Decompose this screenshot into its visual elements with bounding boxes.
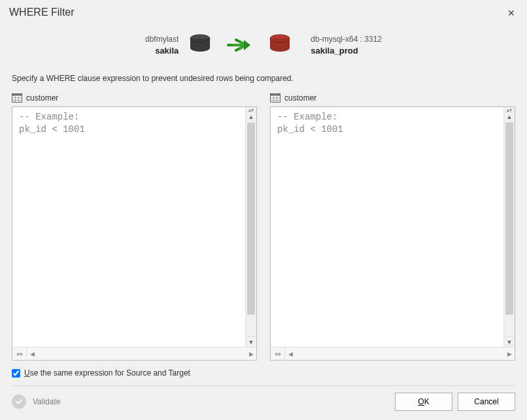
- target-pane-header: customer: [270, 91, 515, 106]
- titlebar: WHERE Filter ✕: [0, 0, 527, 22]
- scroll-left-icon[interactable]: ◀: [27, 347, 37, 360]
- splitter-handle-icon[interactable]: ▴▾: [504, 107, 515, 112]
- source-table-name: customer: [26, 93, 58, 103]
- table-icon: [12, 93, 22, 103]
- source-connection: dbfmylast sakila: [145, 34, 212, 57]
- target-db: sakila_prod: [311, 45, 382, 57]
- table-icon: [270, 93, 280, 103]
- target-pane: customer -- Example: pk_id < 1001 ▴▾ ▲ ▼…: [270, 91, 515, 361]
- dialog-footer: Validate OK Cancel: [0, 386, 527, 420]
- database-icon: [188, 34, 212, 56]
- validate-label: Validate: [33, 397, 60, 406]
- source-connection-label: dbfmylast sakila: [145, 34, 178, 57]
- splitter-handle-icon[interactable]: ▴▾: [246, 107, 256, 112]
- splitter-handle-icon[interactable]: ⇔: [271, 347, 285, 360]
- source-editor[interactable]: -- Example: pk_id < 1001 ▴▾ ▲ ▼ ⇔ ◀ ▶: [12, 106, 257, 361]
- scroll-thumb[interactable]: [505, 123, 513, 315]
- ok-button[interactable]: OK: [395, 393, 452, 411]
- use-same-expression-row: Use the same expression for Source and T…: [0, 361, 527, 384]
- cancel-button[interactable]: Cancel: [458, 393, 515, 411]
- source-db: sakila: [145, 45, 178, 57]
- target-table-name: customer: [284, 93, 316, 103]
- target-connection: db-mysql-x64 : 3312 sakila_prod: [267, 34, 382, 57]
- close-button[interactable]: ✕: [503, 7, 519, 20]
- instruction-text: Specify a WHERE clause expression to pre…: [0, 62, 527, 91]
- svg-rect-7: [12, 93, 22, 95]
- scroll-up-icon[interactable]: ▲: [246, 112, 256, 123]
- source-pane-header: customer: [12, 91, 257, 106]
- source-host: dbfmylast: [145, 34, 178, 45]
- scroll-thumb[interactable]: [247, 123, 255, 315]
- where-filter-dialog: WHERE Filter ✕ dbfmylast sakila: [0, 0, 527, 420]
- scroll-down-icon[interactable]: ▼: [504, 336, 515, 347]
- source-horizontal-scrollbar[interactable]: ⇔ ◀ ▶: [12, 347, 256, 360]
- use-same-expression-checkbox[interactable]: [12, 369, 20, 378]
- target-editor-content: -- Example: pk_id < 1001: [271, 107, 515, 140]
- source-editor-content: -- Example: pk_id < 1001: [12, 107, 256, 140]
- source-pane: customer -- Example: pk_id < 1001 ▴▾ ▲ ▼…: [12, 91, 257, 361]
- target-editor[interactable]: -- Example: pk_id < 1001 ▴▾ ▲ ▼ ⇔ ◀ ▶: [270, 106, 515, 361]
- arrow-icon: [227, 37, 253, 53]
- source-vertical-scrollbar[interactable]: ▴▾ ▲ ▼: [245, 107, 256, 347]
- svg-rect-13: [271, 93, 280, 95]
- target-vertical-scrollbar[interactable]: ▴▾ ▲ ▼: [503, 107, 515, 347]
- scroll-down-icon[interactable]: ▼: [246, 336, 256, 347]
- scroll-left-icon[interactable]: ◀: [285, 347, 296, 360]
- dialog-title: WHERE Filter: [9, 7, 75, 18]
- database-icon: [267, 34, 292, 56]
- target-host: db-mysql-x64 : 3312: [311, 34, 382, 45]
- check-icon: [12, 395, 26, 409]
- scroll-up-icon[interactable]: ▲: [504, 112, 515, 123]
- scroll-right-icon[interactable]: ▶: [504, 347, 515, 360]
- scroll-right-icon[interactable]: ▶: [246, 347, 256, 360]
- connection-diagram: dbfmylast sakila: [0, 22, 527, 62]
- target-connection-label: db-mysql-x64 : 3312 sakila_prod: [311, 34, 382, 57]
- target-horizontal-scrollbar[interactable]: ⇔ ◀ ▶: [271, 347, 515, 360]
- use-same-expression-label[interactable]: Use the same expression for Source and T…: [24, 368, 190, 378]
- splitter-handle-icon[interactable]: ⇔: [12, 347, 27, 360]
- editor-panes: customer -- Example: pk_id < 1001 ▴▾ ▲ ▼…: [0, 91, 527, 361]
- validate-button[interactable]: Validate: [12, 395, 60, 409]
